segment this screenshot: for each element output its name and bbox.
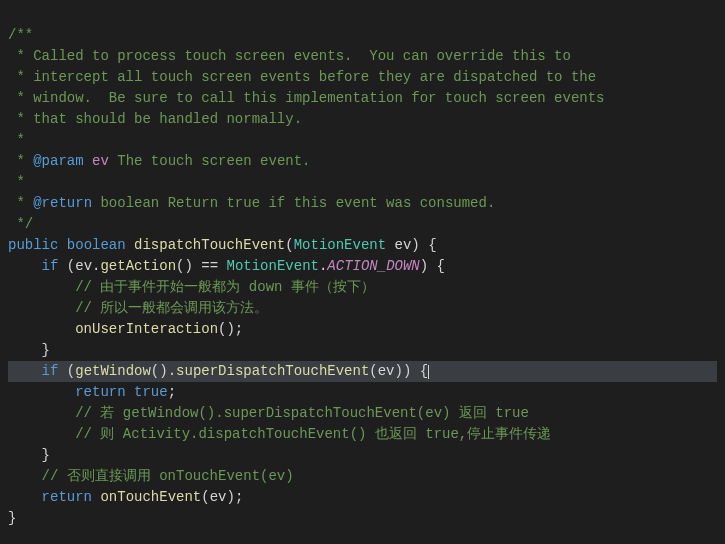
- javadoc-blank: *: [8, 132, 25, 148]
- comment-line: // 由于事件开始一般都为 down 事件（按下）: [8, 279, 375, 295]
- highlighted-line: if (getWindow().superDispatchTouchEvent(…: [8, 361, 717, 382]
- close-brace: }: [8, 447, 50, 463]
- return-statement: return true;: [8, 384, 176, 400]
- javadoc-return-line: * @return boolean Return true if this ev…: [8, 195, 495, 211]
- javadoc-line: * window. Be sure to call this implement…: [8, 90, 605, 106]
- comment-line: // 若 getWindow().superDispatchTouchEvent…: [8, 405, 529, 421]
- code-editor[interactable]: /** * Called to process touch screen eve…: [0, 0, 725, 533]
- close-brace: }: [8, 510, 16, 526]
- close-brace: }: [8, 342, 50, 358]
- javadoc-line: * Called to process touch screen events.…: [8, 48, 571, 64]
- return-statement: return onTouchEvent(ev);: [8, 489, 243, 505]
- javadoc-open: /**: [8, 27, 33, 43]
- text-cursor: [428, 365, 429, 379]
- comment-line: // 否则直接调用 onTouchEvent(ev): [8, 468, 294, 484]
- method-call: onUserInteraction();: [8, 321, 243, 337]
- comment-line: // 则 Activity.dispatchTouchEvent() 也返回 t…: [8, 426, 551, 442]
- javadoc-blank: *: [8, 174, 25, 190]
- javadoc-line: * intercept all touch screen events befo…: [8, 69, 596, 85]
- method-signature: public boolean dispatchTouchEvent(Motion…: [8, 237, 437, 253]
- comment-line: // 所以一般都会调用该方法。: [8, 300, 268, 316]
- if-statement: if (ev.getAction() == MotionEvent.ACTION…: [8, 258, 445, 274]
- javadoc-line: * that should be handled normally.: [8, 111, 302, 127]
- javadoc-param-line: * @param ev The touch screen event.: [8, 153, 311, 169]
- javadoc-close: */: [8, 216, 33, 232]
